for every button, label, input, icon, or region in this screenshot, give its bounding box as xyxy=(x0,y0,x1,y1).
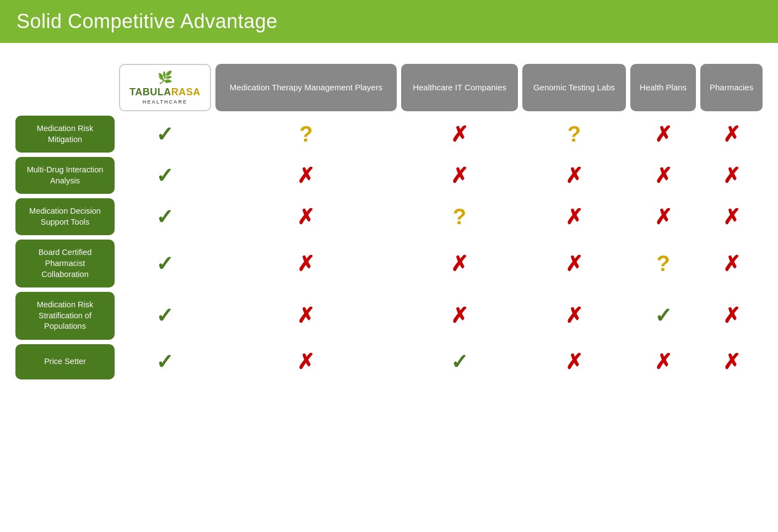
cell-4-1: ✗ xyxy=(215,292,397,340)
comparison-table: 🌿 TABULARASA HEALTHCARE Medication Thera… xyxy=(11,59,767,384)
question-icon: ? xyxy=(453,204,466,229)
table-row: Multi-Drug Interaction Analysis✓✗✗✗✗✗ xyxy=(15,157,763,194)
cell-5-2: ✓ xyxy=(401,344,518,379)
cell-1-5: ✗ xyxy=(700,157,763,194)
col-header-pharmacies: Pharmacies xyxy=(700,64,763,111)
cell-4-4: ✓ xyxy=(630,292,696,340)
cross-icon: ✗ xyxy=(451,304,468,327)
table-row: Medication Decision Support Tools✓✗?✗✗✗ xyxy=(15,198,763,235)
cell-1-2: ✗ xyxy=(401,157,518,194)
cross-icon: ✗ xyxy=(297,205,315,229)
cell-1-3: ✗ xyxy=(522,157,626,194)
cross-icon: ✗ xyxy=(723,123,741,146)
cell-4-0: ✓ xyxy=(119,292,211,340)
col-header-genomic: Genomic Testing Labs xyxy=(522,64,626,111)
cross-icon: ✗ xyxy=(451,164,468,187)
cross-icon: ✗ xyxy=(297,164,315,187)
check-icon: ✓ xyxy=(156,350,174,373)
cross-icon: ✗ xyxy=(565,350,583,373)
cell-5-5: ✗ xyxy=(700,344,763,379)
cross-icon: ✗ xyxy=(297,252,315,275)
cell-2-1: ✗ xyxy=(215,198,397,235)
cross-icon: ✗ xyxy=(723,205,741,229)
logo-icon: 🌿 xyxy=(126,70,204,85)
check-icon: ✓ xyxy=(156,205,174,229)
question-icon: ? xyxy=(299,122,312,146)
cross-icon: ✗ xyxy=(655,350,672,373)
cell-0-0: ✓ xyxy=(119,116,211,153)
cross-icon: ✗ xyxy=(655,164,672,187)
cell-2-4: ✗ xyxy=(630,198,696,235)
cross-icon: ✗ xyxy=(297,350,315,373)
main-content: 🌿 TABULARASA HEALTHCARE Medication Thera… xyxy=(0,43,778,395)
col-header-hcit: Healthcare IT Companies xyxy=(401,64,518,111)
check-icon: ✓ xyxy=(156,252,174,275)
check-icon: ✓ xyxy=(156,164,174,187)
cross-icon: ✗ xyxy=(565,252,583,275)
check-icon: ✓ xyxy=(156,123,174,146)
question-icon: ? xyxy=(656,251,669,275)
table-row: Medication Risk Stratification of Popula… xyxy=(15,292,763,340)
cell-2-3: ✗ xyxy=(522,198,626,235)
page-header: Solid Competitive Advantage xyxy=(0,0,778,43)
check-icon: ✓ xyxy=(156,304,174,327)
cell-5-3: ✗ xyxy=(522,344,626,379)
cell-0-1: ? xyxy=(215,116,397,153)
cell-3-5: ✗ xyxy=(700,240,763,287)
cross-icon: ✗ xyxy=(451,252,468,275)
cross-icon: ✗ xyxy=(565,164,583,187)
cell-3-1: ✗ xyxy=(215,240,397,287)
cross-icon: ✗ xyxy=(723,252,741,275)
cell-0-3: ? xyxy=(522,116,626,153)
cell-5-4: ✗ xyxy=(630,344,696,379)
cross-icon: ✗ xyxy=(565,205,583,229)
cell-4-3: ✗ xyxy=(522,292,626,340)
cell-5-0: ✓ xyxy=(119,344,211,379)
cross-icon: ✗ xyxy=(451,123,468,146)
cell-2-0: ✓ xyxy=(119,198,211,235)
cell-3-0: ✓ xyxy=(119,240,211,287)
cell-4-5: ✗ xyxy=(700,292,763,340)
row-header-5: Price Setter xyxy=(15,344,115,379)
row-header-2: Medication Decision Support Tools xyxy=(15,198,115,235)
cell-3-4: ? xyxy=(630,240,696,287)
cell-3-3: ✗ xyxy=(522,240,626,287)
row-header-3: Board Certified Pharmacist Collaboration xyxy=(15,240,115,287)
cell-5-1: ✗ xyxy=(215,344,397,379)
cell-3-2: ✗ xyxy=(401,240,518,287)
cell-2-5: ✗ xyxy=(700,198,763,235)
cross-icon: ✗ xyxy=(565,304,583,327)
cell-4-2: ✗ xyxy=(401,292,518,340)
row-header-1: Multi-Drug Interaction Analysis xyxy=(15,157,115,194)
page-title: Solid Competitive Advantage xyxy=(17,10,761,33)
table-row: Price Setter✓✗✓✗✗✗ xyxy=(15,344,763,379)
cross-icon: ✗ xyxy=(655,205,672,229)
row-header-4: Medication Risk Stratification of Popula… xyxy=(15,292,115,340)
cross-icon: ✗ xyxy=(723,164,741,187)
cross-icon: ✗ xyxy=(723,304,741,327)
logo-brand: TABULARASA xyxy=(126,86,204,98)
check-icon: ✓ xyxy=(451,350,468,373)
col-header-mtm: Medication Therapy Management Players xyxy=(215,64,397,111)
table-row: Medication Risk Mitigation✓?✗?✗✗ xyxy=(15,116,763,153)
check-icon: ✓ xyxy=(655,304,672,327)
table-row: Board Certified Pharmacist Collaboration… xyxy=(15,240,763,287)
logo-sub: HEALTHCARE xyxy=(126,99,204,105)
cell-2-2: ? xyxy=(401,198,518,235)
cell-0-5: ✗ xyxy=(700,116,763,153)
row-header-0: Medication Risk Mitigation xyxy=(15,116,115,153)
cross-icon: ✗ xyxy=(297,304,315,327)
cross-icon: ✗ xyxy=(655,123,672,146)
cell-1-1: ✗ xyxy=(215,157,397,194)
cell-1-4: ✗ xyxy=(630,157,696,194)
col-header-health-plans: Health Plans xyxy=(630,64,696,111)
question-icon: ? xyxy=(568,122,581,146)
cell-0-2: ✗ xyxy=(401,116,518,153)
cross-icon: ✗ xyxy=(723,350,741,373)
cell-1-0: ✓ xyxy=(119,157,211,194)
empty-header-cell xyxy=(15,64,115,111)
cell-0-4: ✗ xyxy=(630,116,696,153)
col-header-tabularasa: 🌿 TABULARASA HEALTHCARE xyxy=(119,64,211,111)
